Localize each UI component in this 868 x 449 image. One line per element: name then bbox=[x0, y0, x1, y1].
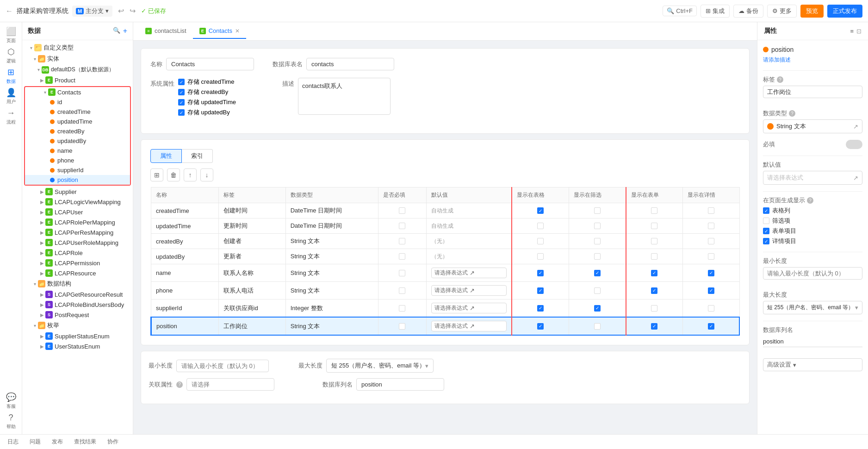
cell-show-filter[interactable] bbox=[569, 264, 626, 282]
tree-lcapuserrole[interactable]: ▶ E LCAPUserRoleMapping bbox=[22, 237, 133, 248]
expand-icon[interactable]: ▶ bbox=[39, 230, 45, 235]
tab-contactslist[interactable]: ≡ contactsList bbox=[139, 24, 193, 39]
expr-button[interactable]: 请选择表达式 ↗ bbox=[431, 268, 507, 278]
show-detail-checkbox[interactable] bbox=[708, 323, 714, 330]
cell-show-form[interactable] bbox=[626, 299, 683, 318]
cell-show-table[interactable] bbox=[512, 249, 569, 264]
expr-button[interactable]: 请选择表达式 ↗ bbox=[431, 303, 507, 313]
show-table-checkbox[interactable] bbox=[537, 223, 544, 229]
cell-required[interactable] bbox=[378, 299, 426, 318]
show-table-checkbox[interactable] bbox=[537, 323, 544, 330]
search-button[interactable]: 🔍 Ctrl+F bbox=[663, 6, 697, 16]
show-filter-checkbox[interactable] bbox=[594, 253, 601, 260]
cell-required[interactable] bbox=[378, 264, 426, 282]
tree-lcapperm[interactable]: ▶ E LCAPPermission bbox=[22, 258, 133, 268]
required-checkbox[interactable] bbox=[399, 223, 405, 229]
cell-show-filter[interactable] bbox=[569, 218, 626, 234]
bottom-bar-log[interactable]: 日志 bbox=[6, 438, 20, 446]
cell-show-detail[interactable] bbox=[683, 218, 739, 234]
required-checkbox[interactable] bbox=[399, 253, 405, 260]
add-desc-link[interactable]: 请添加描述 bbox=[763, 56, 791, 63]
sidebar-item-customer[interactable]: 💬 客服 bbox=[2, 392, 20, 410]
show-detail-checkbox[interactable] bbox=[708, 207, 714, 214]
expand-panel-icon[interactable]: ⊡ bbox=[856, 28, 862, 35]
cell-required[interactable] bbox=[378, 234, 426, 249]
tree-post[interactable]: ▶ S PostRequest bbox=[22, 310, 133, 320]
field-phone[interactable]: phone bbox=[25, 156, 130, 165]
field-id[interactable]: id bbox=[25, 97, 130, 107]
table-row[interactable]: createdBy 创建者 String 文本 （无） bbox=[151, 234, 740, 249]
cell-show-table[interactable] bbox=[512, 299, 569, 318]
show-table-checkbox[interactable] bbox=[537, 207, 544, 214]
expand-icon[interactable]: ▶ bbox=[39, 200, 45, 205]
bottom-bar-search[interactable]: 查找结果 bbox=[72, 438, 98, 446]
tab-index[interactable]: 索引 bbox=[182, 149, 213, 163]
required-checkbox[interactable] bbox=[399, 238, 405, 244]
show-table-row[interactable]: 表格列 bbox=[763, 206, 862, 215]
tree-supplier[interactable]: ▶ E Supplier bbox=[22, 187, 133, 197]
field-createdby[interactable]: createdBy bbox=[25, 126, 130, 136]
cell-show-detail[interactable] bbox=[683, 317, 739, 335]
show-form-checkbox[interactable] bbox=[651, 253, 657, 260]
expand-icon[interactable]: ▶ bbox=[39, 189, 45, 194]
branch-selector[interactable]: M 主分支 ▾ bbox=[72, 6, 112, 17]
tree-enum[interactable]: ▾ 📁 枚举 bbox=[22, 320, 133, 331]
required-checkbox[interactable] bbox=[399, 305, 405, 312]
show-detail-checkbox[interactable] bbox=[708, 253, 714, 260]
bottom-bar-collab[interactable]: 协作 bbox=[105, 438, 120, 446]
cell-required[interactable] bbox=[378, 249, 426, 264]
cell-show-filter[interactable] bbox=[569, 299, 626, 318]
cell-show-filter[interactable] bbox=[569, 317, 626, 335]
preview-button[interactable]: 预览 bbox=[800, 5, 824, 18]
help-icon[interactable]: ? bbox=[789, 110, 795, 117]
tree-lcapper[interactable]: ▶ E LCAPPerResMapping bbox=[22, 227, 133, 237]
advanced-settings-button[interactable]: 高级设置 ▾ bbox=[763, 358, 862, 371]
cell-show-filter[interactable] bbox=[569, 234, 626, 249]
label-input[interactable] bbox=[763, 86, 862, 98]
field-createdtime[interactable]: createdTime bbox=[25, 107, 130, 117]
tree-lcaprole[interactable]: ▶ E LCAPRolePerMapping bbox=[22, 217, 133, 227]
more-button[interactable]: ⚙ 更多 bbox=[767, 5, 797, 18]
cell-show-filter[interactable] bbox=[569, 282, 626, 299]
redo-button[interactable]: ↪ bbox=[128, 6, 137, 16]
help-icon[interactable]: ? bbox=[807, 197, 813, 204]
required-checkbox[interactable] bbox=[399, 270, 405, 276]
tree-lcapres[interactable]: ▶ E LCAPResource bbox=[22, 268, 133, 278]
sidebar-item-logic[interactable]: ⬡ 逻辑 bbox=[2, 46, 20, 65]
show-filter-checkbox[interactable] bbox=[594, 270, 601, 276]
name-input[interactable] bbox=[166, 58, 254, 70]
show-table-checkbox[interactable] bbox=[537, 305, 544, 312]
field-updatedtime[interactable]: updatedTime bbox=[25, 117, 130, 126]
tree-lcapuser[interactable]: ▶ E LCAPUser bbox=[22, 207, 133, 217]
maxlen-select[interactable]: 短 255（用户名、密码、email 等） ▾ bbox=[763, 301, 862, 314]
required-checkbox[interactable] bbox=[399, 287, 405, 294]
publish-button[interactable]: 正式发布 bbox=[827, 5, 862, 18]
required-checkbox[interactable] bbox=[399, 323, 405, 330]
cell-show-form[interactable] bbox=[626, 203, 683, 218]
expand-icon[interactable]: ▶ bbox=[39, 240, 45, 245]
sidebar-item-data[interactable]: ⊞ 数据 bbox=[2, 67, 20, 85]
dbname-input[interactable] bbox=[763, 336, 862, 347]
tree-lcapget[interactable]: ▶ S LCAPGetResourceResult bbox=[22, 289, 133, 299]
db-table-input[interactable] bbox=[306, 58, 394, 70]
show-detail-checkbox[interactable] bbox=[708, 238, 714, 244]
expand-icon[interactable]: ▾ bbox=[35, 67, 42, 72]
relation-input[interactable] bbox=[186, 378, 274, 391]
cell-show-detail[interactable] bbox=[683, 282, 739, 299]
table-row[interactable]: updatedTime 更新时间 DateTime 日期时间 自动生成 bbox=[151, 218, 740, 234]
expand-icon[interactable]: ▶ bbox=[39, 261, 45, 266]
show-table-checkbox[interactable] bbox=[537, 238, 544, 244]
expand-icon[interactable]: ▶ bbox=[39, 210, 45, 215]
bottom-bar-publish[interactable]: 发布 bbox=[50, 438, 65, 446]
expand-icon[interactable]: ▾ bbox=[31, 56, 38, 62]
field-updatedby[interactable]: updatedBy bbox=[25, 136, 130, 146]
cell-required[interactable] bbox=[378, 317, 426, 335]
backup-button[interactable]: ☁ 备份 bbox=[733, 5, 763, 18]
cell-show-detail[interactable] bbox=[683, 264, 739, 282]
expand-icon[interactable]: ▾ bbox=[31, 323, 38, 328]
cell-show-detail[interactable] bbox=[683, 249, 739, 264]
cell-show-filter[interactable] bbox=[569, 249, 626, 264]
sidebar-item-user[interactable]: 👤 用户 bbox=[2, 87, 20, 106]
add-panel-icon[interactable]: + bbox=[123, 27, 127, 35]
tree-lcapbind[interactable]: ▶ S LCAPRoleBindUsersBody bbox=[22, 299, 133, 310]
